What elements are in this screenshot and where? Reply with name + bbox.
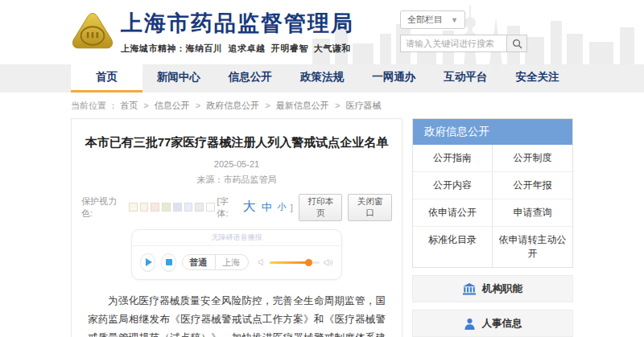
site-title: 上海市药品监督管理局 (121, 9, 354, 38)
category-dropdown-value: 全部栏目 (407, 14, 443, 26)
close-window-button[interactable]: 关闭窗口 (348, 194, 392, 221)
search-icon (512, 39, 522, 49)
article-title: 本市已有三批77家医疗器械注册人列入警戒试点企业名单 (81, 135, 392, 150)
site-logo-icon (71, 10, 114, 54)
play-button[interactable] (140, 253, 155, 272)
eye-color-swatch[interactable] (206, 203, 215, 212)
search-input[interactable] (400, 35, 506, 52)
breadcrumb: 当前位置 ： 首页 > 信息公开 > 政府信息公开 > 最新信息公开 > 医疗器… (71, 100, 573, 112)
search-area: 全部栏目 ▼ (400, 10, 527, 52)
eye-color-swatch[interactable] (129, 203, 138, 212)
play-icon (146, 258, 152, 266)
eye-protect-label: 保护视力色: (81, 195, 126, 220)
search-button[interactable] (506, 35, 527, 52)
chevron-down-icon: ▼ (451, 16, 458, 24)
eye-color-swatch[interactable] (162, 203, 171, 212)
font-size-label: [字体: (217, 195, 239, 220)
gov-info-panel: 政府信息公开 公开指南 公开制度 公开内容 公开年报 依申请公开 申请查询 标准… (412, 118, 573, 268)
audio-player: 无障碍语音播报 普通话 上海话 (131, 229, 342, 280)
nav-item-news[interactable]: 新闻中心 (142, 64, 214, 92)
eye-color-swatch[interactable] (195, 203, 204, 212)
breadcrumb-prefix: 当前位置 ： (71, 101, 118, 110)
eye-color-swatch[interactable] (140, 203, 149, 212)
nav-item-home[interactable]: 首页 (71, 64, 142, 92)
volume-fill (270, 261, 308, 264)
font-size-label-end: ] (291, 203, 293, 212)
font-size-medium[interactable]: 中 (262, 200, 272, 215)
gov-info-panel-title: 政府信息公开 (413, 119, 572, 145)
eye-color-swatch[interactable] (151, 203, 159, 212)
article-card: 本市已有三批77家医疗器械注册人列入警戒试点企业名单 2025-05-21 来源… (71, 118, 402, 337)
quick-link-label: 机构职能 (482, 282, 522, 296)
bank-icon (463, 283, 476, 295)
breadcrumb-latest-info[interactable]: 最新信息公开 (276, 101, 329, 110)
site-motto: 上海城市精神：海纳百川 追求卓越 开明睿智 大气谦和 (121, 43, 354, 55)
volume-high-icon[interactable] (324, 258, 333, 267)
sidebar-link-application-query[interactable]: 申请查询 (493, 199, 572, 227)
font-size-large[interactable]: 大 (243, 199, 256, 216)
volume-slider-thumb[interactable] (305, 259, 312, 266)
sidebar-link-disclosure-system[interactable]: 公开制度 (493, 145, 572, 172)
lang-shanghainese-option[interactable]: 上海话 (216, 255, 248, 269)
article-date: 2025-05-21 (81, 157, 392, 172)
article-body-paragraph: 为强化医疗器械质量安全风险防控，完善全生命周期监管，国家药监局相继发布《医疗器械… (88, 292, 386, 337)
category-dropdown[interactable]: 全部栏目 ▼ (400, 10, 465, 29)
sidebar-link-annual-report[interactable]: 公开年报 (493, 172, 572, 199)
nav-item-policies[interactable]: 政策法规 (286, 64, 357, 92)
print-page-button[interactable]: 打印本页 (299, 194, 343, 221)
stop-button[interactable] (161, 253, 176, 272)
quick-link-label: 人事信息 (482, 317, 522, 331)
site-header: 上海市药品监督管理局 上海城市精神：海纳百川 追求卓越 开明睿智 大气谦和 全部… (0, 0, 644, 64)
site-brand[interactable]: 上海市药品监督管理局 上海城市精神：海纳百川 追求卓越 开明睿智 大气谦和 (71, 9, 354, 55)
eye-color-swatch[interactable] (173, 203, 182, 212)
sidebar-link-standardized-catalog[interactable]: 标准化目录 (413, 227, 493, 267)
breadcrumb-info-disclosure[interactable]: 信息公开 (155, 101, 190, 110)
breadcrumb-medical-devices: 医疗器械 (345, 101, 381, 110)
main-nav: 首页 新闻中心 信息公开 政策法规 一网通办 互动平台 安全关注 (0, 64, 644, 92)
quick-link-org-functions[interactable]: 机构职能 (412, 275, 573, 302)
audio-player-title: 无障碍语音播报 (132, 230, 341, 246)
article-toolbar: 保护视力色: [字体: 大 中 小 ] 打印本页 关闭窗口 (81, 194, 392, 221)
breadcrumb-home[interactable]: 首页 (120, 101, 138, 110)
sidebar-link-disclosure-on-request[interactable]: 依申请公开 (413, 199, 493, 227)
lang-mandarin-option[interactable]: 普通话 (183, 255, 216, 269)
nav-item-info-disclosure[interactable]: 信息公开 (214, 64, 286, 92)
person-icon (464, 318, 476, 330)
nav-item-online-services[interactable]: 一网通办 (358, 64, 430, 92)
stop-icon (166, 259, 172, 265)
eye-color-swatch[interactable] (184, 203, 193, 212)
quick-link-personnel-info[interactable]: 人事信息 (412, 310, 573, 337)
right-sidebar: 政府信息公开 公开指南 公开制度 公开内容 公开年报 依申请公开 申请查询 标准… (412, 118, 573, 337)
nav-item-safety[interactable]: 安全关注 (502, 64, 573, 92)
volume-slider[interactable] (270, 261, 320, 264)
breadcrumb-gov-info[interactable]: 政府信息公开 (206, 101, 259, 110)
font-size-small[interactable]: 小 (278, 201, 287, 213)
sidebar-link-request-to-active[interactable]: 依申请转主动公开 (493, 227, 572, 267)
sidebar-link-disclosure-content[interactable]: 公开内容 (413, 172, 493, 199)
sidebar-link-disclosure-guide[interactable]: 公开指南 (413, 145, 493, 172)
volume-low-icon[interactable] (258, 258, 266, 266)
language-toggle: 普通话 上海话 (182, 254, 249, 270)
article-source: 来源：市药品监管局 (81, 172, 392, 187)
nav-item-interaction[interactable]: 互动平台 (430, 64, 502, 92)
